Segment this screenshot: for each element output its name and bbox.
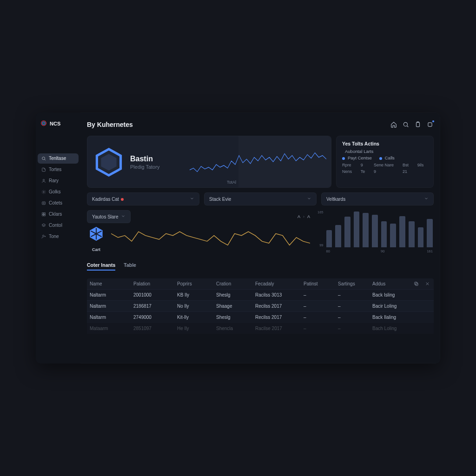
filter-row: Kadirdas CatStack EvieVeltkards bbox=[87, 192, 434, 205]
data-table: NamePalationPoprirsCrationFecadalyPatins… bbox=[87, 278, 434, 334]
actions-row-1-label: Aubontal Larts bbox=[345, 149, 373, 154]
user-plus-icon bbox=[41, 234, 46, 239]
table-header-cell: Addus bbox=[372, 281, 409, 286]
chart-crumbs: A › A bbox=[298, 210, 310, 223]
table-row[interactable]: Naltarm2001000KB IlySheslgRacilss 3013––… bbox=[87, 289, 434, 300]
table-cell: Recilss 2017 bbox=[255, 304, 302, 309]
hero-card: Bastin Pledig Tatory TotAl bbox=[87, 136, 331, 188]
table-cell: – bbox=[338, 292, 370, 298]
table-header-cell: Palation bbox=[133, 281, 175, 286]
sidebar-item-label: Tortes bbox=[49, 167, 61, 172]
table-cell: Naltarm bbox=[90, 304, 132, 309]
sidebar-item-label: Tenltase bbox=[49, 156, 66, 161]
table-header-cell: Name bbox=[90, 281, 132, 286]
table-row[interactable]: Naltarm2186817No IlyShaageRecilss 2017––… bbox=[87, 300, 434, 311]
brand: NCS bbox=[38, 118, 79, 134]
copy-icon[interactable] bbox=[410, 281, 422, 286]
notification-icon[interactable] bbox=[426, 121, 434, 128]
svg-point-11 bbox=[43, 235, 44, 237]
close-icon[interactable] bbox=[423, 281, 431, 286]
sub-filter-label: Yautos Slare bbox=[92, 214, 119, 219]
brand-icon bbox=[40, 120, 47, 127]
actions-row-2a: Payt Centse bbox=[348, 156, 372, 160]
sidebar-item-tone[interactable]: Tone bbox=[38, 231, 79, 242]
svg-rect-10 bbox=[44, 214, 45, 216]
sidebar-item-golks[interactable]: Golks bbox=[38, 187, 79, 197]
sidebar-item-label: Rary bbox=[49, 178, 59, 183]
hero-row: Bastin Pledig Tatory TotAl Yes Tolts Act… bbox=[87, 136, 434, 188]
actions-grid-cell: 21 bbox=[403, 169, 413, 174]
table-cell: Recilss 2017 bbox=[255, 315, 302, 320]
tab-table[interactable]: Table bbox=[124, 262, 136, 271]
table-header-cell: Sartings bbox=[338, 281, 370, 286]
table-body: Naltarm2001000KB IlySheslgRacilss 3013––… bbox=[87, 289, 434, 334]
search-icon[interactable] bbox=[402, 121, 410, 128]
table-cell: – bbox=[304, 315, 336, 320]
sidebar-item-label: Tone bbox=[49, 234, 59, 239]
clipboard-icon[interactable] bbox=[414, 121, 422, 128]
filter-label: Kadirdas Cat bbox=[92, 197, 124, 202]
table-cell: 2186817 bbox=[133, 304, 175, 309]
crumb-b: A bbox=[307, 214, 310, 219]
sidebar-item-tortes[interactable]: Tortes bbox=[38, 165, 79, 175]
table-cell: Back Ilaling bbox=[372, 315, 409, 320]
tab-coter-inants[interactable]: Coter Inants bbox=[87, 262, 115, 271]
svg-point-2 bbox=[43, 123, 44, 124]
table-cell: Mataarm bbox=[90, 326, 132, 331]
svg-point-3 bbox=[42, 157, 45, 160]
grid-icon bbox=[41, 212, 46, 217]
actions-grid-cell: Rpre bbox=[342, 163, 356, 167]
table-cell: Sheslg bbox=[216, 292, 253, 298]
bar bbox=[354, 212, 360, 247]
list-icon bbox=[41, 201, 46, 205]
filter-pill[interactable]: Veltkards bbox=[321, 192, 434, 205]
chevron-down-icon bbox=[307, 196, 311, 202]
sidebar-item-cotets[interactable]: Cotets bbox=[38, 198, 79, 208]
crumb-a: A bbox=[298, 214, 300, 219]
bar-xlabel: 161 bbox=[427, 249, 433, 253]
line-chart bbox=[111, 226, 310, 255]
table-cell: 2851097 bbox=[133, 326, 175, 331]
sidebar-item-label: Golks bbox=[49, 190, 61, 194]
svg-rect-13 bbox=[416, 122, 420, 126]
sidebar-item-cklars[interactable]: Cklars bbox=[38, 209, 79, 219]
sidebar-item-label: Cklars bbox=[49, 212, 62, 217]
svg-rect-9 bbox=[42, 214, 44, 216]
table-cell: – bbox=[304, 304, 336, 309]
table-header-cell: Fecadaly bbox=[255, 281, 302, 286]
actions-row-2[interactable]: Payt Centse Calls bbox=[342, 156, 428, 160]
table-cell: Racilss 3013 bbox=[255, 292, 302, 298]
chevron-down-icon bbox=[121, 214, 126, 219]
bar-chart-bars bbox=[325, 210, 434, 247]
brand-name: NCS bbox=[50, 121, 60, 126]
filter-pill[interactable]: Kadirdas Cat bbox=[87, 192, 199, 205]
sub-filter-row: Yautos Slare A › A bbox=[87, 210, 310, 223]
actions-row-1[interactable]: Aubontal Larts bbox=[342, 149, 428, 154]
table-row[interactable]: Mataarm2851097He IlyShenclaRacilse 2017–… bbox=[87, 323, 434, 334]
home-icon[interactable] bbox=[390, 121, 397, 128]
table-row[interactable]: Naltarm2749000Kit-IlySheslgRecilss 2017–… bbox=[87, 311, 434, 323]
svg-rect-6 bbox=[42, 202, 46, 205]
line-chart-icon: Cart bbox=[87, 226, 106, 252]
sidebar-item-rary[interactable]: Rary bbox=[38, 176, 79, 186]
filter-pill[interactable]: Stack Evie bbox=[204, 192, 317, 205]
sidebar-item-label: Contol bbox=[49, 223, 62, 228]
table-cell: Kit-Ily bbox=[177, 315, 214, 320]
top-actions bbox=[390, 121, 434, 128]
actions-grid-cell: 9 bbox=[374, 169, 398, 174]
actions-grid-cell: 9 bbox=[361, 163, 369, 167]
user-icon bbox=[41, 178, 46, 183]
sidebar-item-contol[interactable]: Contol bbox=[38, 220, 79, 231]
table-cell: Bach Loling bbox=[372, 326, 409, 331]
bar bbox=[390, 224, 396, 247]
bar-xlabel: 90 bbox=[381, 249, 384, 253]
bar-chart-yaxis: 165 99 bbox=[317, 210, 324, 247]
svg-rect-7 bbox=[42, 213, 44, 214]
table-header-cell: Patinst bbox=[304, 281, 336, 286]
sidebar-item-tenltase[interactable]: Tenltase bbox=[38, 153, 79, 164]
status-dot bbox=[121, 198, 124, 201]
sub-filter-pill[interactable]: Yautos Slare bbox=[87, 210, 131, 223]
actions-row-2b: Calls bbox=[385, 156, 395, 160]
bar-chart: 165 99 8090161 bbox=[317, 210, 434, 253]
table-cell: Back Isling bbox=[372, 292, 409, 298]
